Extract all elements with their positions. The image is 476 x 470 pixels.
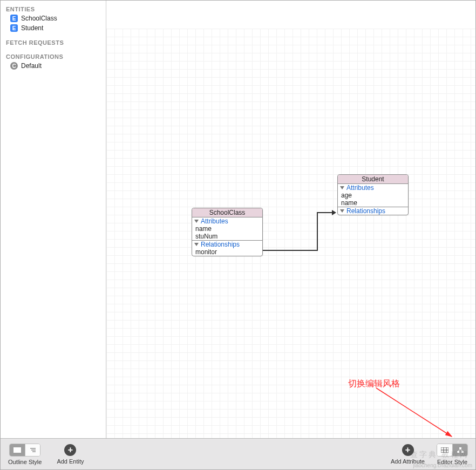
annotation-arrow-icon <box>376 388 473 438</box>
entity-title: SchoolClass <box>192 208 262 217</box>
svg-rect-12 <box>459 447 461 449</box>
outline-list-button[interactable] <box>10 444 25 456</box>
disclosure-triangle-icon <box>194 220 199 223</box>
outline-style-group: Outline Style <box>8 444 42 465</box>
fetch-requests-header: FETCH REQUESTS <box>1 37 106 47</box>
entities-header: ENTITIES <box>1 4 106 13</box>
outline-hierarchy-button[interactable] <box>25 444 40 456</box>
svg-line-16 <box>460 449 463 451</box>
add-entity-label: Add Entity <box>57 458 84 465</box>
editor-table-button[interactable] <box>437 444 452 456</box>
sidebar-item-label: Default <box>21 62 42 70</box>
plus-icon: + <box>405 446 410 454</box>
add-attribute-label: Add Attribute <box>391 458 425 465</box>
entity-schoolclass[interactable]: SchoolClass Attributes name stuNum Relat… <box>192 208 263 256</box>
entity-badge-icon: E <box>10 15 18 22</box>
add-attribute-button[interactable]: + <box>402 444 414 456</box>
editor-style-label: Editor Style <box>437 459 467 465</box>
attribute-row[interactable]: name <box>340 199 406 207</box>
sidebar: ENTITIES E SchoolClass E Student FETCH R… <box>1 1 106 438</box>
add-attribute-group: + Add Attribute <box>391 444 425 465</box>
config-badge-icon: C <box>10 62 18 70</box>
add-entity-group: + Add Entity <box>57 444 84 465</box>
attribute-row[interactable]: stuNum <box>194 233 260 240</box>
sidebar-item-student[interactable]: E Student <box>1 23 106 33</box>
attributes-section-label[interactable]: Attributes <box>194 217 260 225</box>
editor-style-segmented[interactable] <box>437 444 468 457</box>
disclosure-triangle-icon <box>340 209 344 213</box>
svg-rect-14 <box>461 451 464 453</box>
relationship-arrow-segment <box>263 250 317 251</box>
sidebar-item-label: SchoolClass <box>21 15 57 22</box>
relationship-arrow-segment <box>317 212 333 213</box>
grid-background <box>106 29 475 438</box>
add-entity-button[interactable]: + <box>64 444 76 456</box>
relationships-section-label[interactable]: Relationships <box>194 241 260 248</box>
attribute-row[interactable]: age <box>340 192 406 199</box>
disclosure-triangle-icon <box>340 186 344 189</box>
svg-rect-13 <box>457 451 459 453</box>
entity-badge-icon: E <box>10 24 18 32</box>
sidebar-item-schoolclass[interactable]: E SchoolClass <box>1 13 106 23</box>
relationship-arrow-segment <box>317 212 318 251</box>
bottom-toolbar: Outline Style + Add Entity + Add Attribu… <box>1 438 475 469</box>
relationship-arrow-head-icon <box>332 210 336 215</box>
entity-title: Student <box>338 175 408 184</box>
configurations-header: CONFIGURATIONS <box>1 51 106 61</box>
svg-line-0 <box>376 388 452 437</box>
attributes-section-label[interactable]: Attributes <box>340 184 406 192</box>
relationship-row[interactable]: monitor <box>194 248 260 256</box>
plus-icon: + <box>68 446 73 454</box>
svg-line-15 <box>458 449 460 451</box>
diagram-canvas[interactable]: SchoolClass Attributes name stuNum Relat… <box>106 1 475 438</box>
editor-style-group: Editor Style <box>437 444 468 465</box>
sidebar-item-label: Student <box>21 24 43 32</box>
sidebar-item-default-config[interactable]: C Default <box>1 61 106 71</box>
outline-style-segmented[interactable] <box>9 444 40 457</box>
editor-graph-button[interactable] <box>452 444 467 456</box>
relationships-section-label[interactable]: Relationships <box>340 207 406 215</box>
entity-student[interactable]: Student Attributes age name Relationship… <box>337 174 409 215</box>
outline-style-label: Outline Style <box>8 459 42 465</box>
disclosure-triangle-icon <box>194 243 199 246</box>
attribute-row[interactable]: name <box>194 225 260 233</box>
